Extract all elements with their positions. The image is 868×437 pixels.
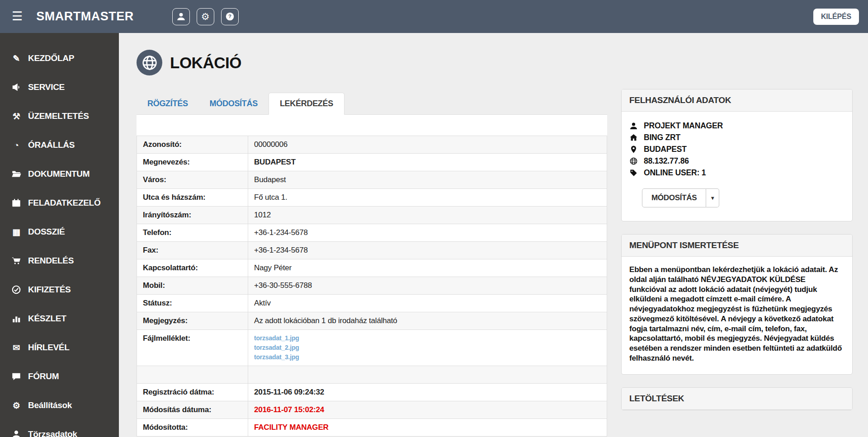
user-data-text: BING ZRT — [644, 132, 680, 143]
table-row: Megjegyzés:Az adott lokációban 1 db irod… — [137, 312, 607, 330]
table-row: Azonosító:00000006 — [137, 136, 607, 154]
bar-chart-icon — [11, 314, 21, 324]
comment-icon — [11, 371, 21, 381]
row-label: Azonosító: — [137, 136, 248, 154]
sidebar-item-label: SERVICE — [28, 82, 65, 92]
profile-button[interactable] — [172, 8, 190, 25]
sidebar-item-keszlet[interactable]: KÉSZLET — [0, 304, 119, 333]
sidebar-item-label: FÓRUM — [28, 371, 59, 381]
modify-button[interactable]: MÓDOSÍTÁS — [642, 188, 706, 207]
row-value: +36-1-234-5678 — [248, 242, 607, 259]
row-label: Fájlmelléklet: — [137, 330, 248, 366]
attachment-link[interactable]: torzsadat_3.jpg — [254, 352, 299, 362]
menu-info-panel: MENÜPONT ISMERTETÉSE Ebben a menüpontban… — [621, 234, 853, 375]
logout-button[interactable]: KILÉPÉS — [813, 9, 859, 25]
query-tab-pane: Azonosító:00000006Megnevezés:BUDAPESTVár… — [137, 115, 607, 437]
main-content: LOKÁCIÓ RÖGZÍTÉSMÓDOSÍTÁSLEKÉRDEZÉS Azon… — [119, 33, 868, 437]
user-data-panel-title: FELHASZNÁLÓI ADATOK — [622, 89, 852, 112]
sidebar-item-label: KIFIZETÉS — [28, 285, 71, 295]
sidebar-item-hirlevel[interactable]: ✉HÍRLEVÉL — [0, 333, 119, 362]
user-data-panel: FELHASZNÁLÓI ADATOK PROJEKT MANAGERBING … — [621, 89, 853, 221]
row-value: Budapest — [248, 171, 607, 189]
sidebar-item-rendeles[interactable]: RENDELÉS — [0, 246, 119, 275]
sidebar-item-label: ÓRAÁLLÁS — [28, 140, 75, 150]
sidebar-item-service[interactable]: SERVICE — [0, 73, 119, 102]
downloads-panel-title: LETÖLTÉSEK — [622, 388, 852, 410]
side-panels-column: FELHASZNÁLÓI ADATOK PROJEKT MANAGERBING … — [621, 45, 853, 437]
sidebar-item-kifizetes[interactable]: KIFIZETÉS — [0, 275, 119, 304]
attachment-link[interactable]: torzsadat_2.jpg — [254, 343, 299, 352]
tab-rogzites[interactable]: RÖGZÍTÉS — [137, 93, 199, 115]
modify-split-button: MÓDOSÍTÁS ▾ — [642, 188, 719, 207]
gauge-icon: ◔ — [11, 140, 21, 150]
user-data-item: 88.132.77.86 — [629, 155, 844, 167]
row-value: 1012 — [248, 207, 607, 224]
row-label: Irányítószám: — [137, 207, 248, 224]
sidebar-item-label: ÜZEMELTETÉS — [28, 111, 89, 121]
table-row: Város:Budapest — [137, 171, 607, 189]
table-row: Utca és házszám:Fő utca 1. — [137, 189, 607, 207]
sidebar-item-label: DOKUMENTUM — [28, 169, 90, 179]
row-value — [248, 366, 607, 384]
home-icon — [629, 133, 638, 142]
sidebar-item-kezdolap[interactable]: ✎KEZDŐLAP — [0, 44, 119, 73]
user-data-text: ONLINE USER: 1 — [644, 167, 706, 179]
svg-text:?: ? — [228, 14, 231, 19]
menu-icon: ☰ — [12, 10, 23, 23]
row-label: Regisztráció dátma: — [137, 384, 248, 401]
sidebar-menu: ✎KEZDŐLAPSERVICE⚒ÜZEMELTETÉS◔ÓRAÁLLÁSDOK… — [0, 44, 119, 437]
sidebar-item-oraallas[interactable]: ◔ÓRAÁLLÁS — [0, 131, 119, 160]
table-row: Telefon:+36-1-234-5678 — [137, 224, 607, 242]
tab-modositas[interactable]: MÓDOSÍTÁS — [199, 93, 269, 115]
globe-icon — [141, 54, 158, 71]
user-icon — [176, 12, 186, 21]
table-row: Státusz:Aktív — [137, 295, 607, 312]
sidebar-item-dokumentum[interactable]: DOKUMENTUM — [0, 160, 119, 188]
row-value: +36-1-234-5678 — [248, 224, 607, 242]
table-row: Módosította:FACILITY MANAGER — [137, 419, 607, 437]
sidebar-item-beallitasok[interactable]: ⚙Beállítások — [0, 391, 119, 420]
record-column: LOKÁCIÓ RÖGZÍTÉSMÓDOSÍTÁSLEKÉRDEZÉS Azon… — [137, 45, 607, 437]
sidebar-item-uzemeltetes[interactable]: ⚒ÜZEMELTETÉS — [0, 102, 119, 131]
record-table: Azonosító:00000006Megnevezés:BUDAPESTVár… — [137, 136, 607, 437]
menu-toggle-button[interactable]: ☰ — [9, 9, 25, 24]
row-value: torzsadat_1.jpgtorzsadat_2.jpgtorzsadat_… — [248, 330, 607, 366]
help-icon: ? — [225, 12, 235, 21]
user-data-item: PROJEKT MANAGER — [629, 120, 844, 132]
sidebar-item-forum[interactable]: FÓRUM — [0, 362, 119, 391]
top-navbar: ☰ SMARTMASTER ⚙? KILÉPÉS — [0, 0, 868, 33]
pencil-icon: ✎ — [11, 53, 21, 63]
sidebar: ✎KEZDŐLAPSERVICE⚒ÜZEMELTETÉS◔ÓRAÁLLÁSDOK… — [0, 33, 119, 437]
sidebar-item-label: HÍRLEVÉL — [28, 343, 70, 352]
row-label: Mobil: — [137, 277, 248, 295]
calendar-icon — [11, 198, 21, 208]
modify-dropdown-toggle[interactable]: ▾ — [706, 188, 719, 207]
sidebar-item-label: RENDELÉS — [28, 256, 74, 266]
row-label: Telefon: — [137, 224, 248, 242]
sidebar-item-dosszie[interactable]: ▦DOSSZIÉ — [0, 217, 119, 246]
map-marker-icon — [629, 145, 638, 154]
row-label: Kapcsolattartó: — [137, 259, 248, 277]
row-value: FACILITY MANAGER — [248, 419, 607, 437]
folder-icon — [11, 169, 21, 179]
row-label: Fax: — [137, 242, 248, 259]
user-data-text: 88.132.77.86 — [644, 155, 689, 167]
menu-info-text: Ebben a menüpontban lekérdezhetjük a lok… — [622, 257, 852, 374]
sidebar-item-label: Törzsadatok — [28, 429, 77, 437]
sidebar-item-torzsadatok[interactable]: Törzsadatok — [0, 420, 119, 437]
globe-icon — [629, 157, 638, 165]
caret-down-icon: ▾ — [711, 195, 714, 201]
user-data-text: PROJEKT MANAGER — [644, 120, 723, 132]
row-value: +36-30-555-6788 — [248, 277, 607, 295]
tab-lekerdezes[interactable]: LEKÉRDEZÉS — [269, 93, 344, 115]
settings-button[interactable]: ⚙ — [197, 8, 214, 25]
row-label: Módosítás dátuma: — [137, 401, 248, 419]
table-row: Kapcsolattartó:Nagy Péter — [137, 259, 607, 277]
user-icon — [11, 429, 21, 437]
sidebar-item-label: Beállítások — [28, 400, 72, 410]
help-button[interactable]: ? — [221, 8, 239, 25]
attachment-link[interactable]: torzsadat_1.jpg — [254, 334, 299, 343]
row-value: 00000006 — [248, 136, 607, 154]
sidebar-item-feladatkezelo[interactable]: FELADATKEZELŐ — [0, 188, 119, 217]
tags-icon — [629, 169, 638, 177]
